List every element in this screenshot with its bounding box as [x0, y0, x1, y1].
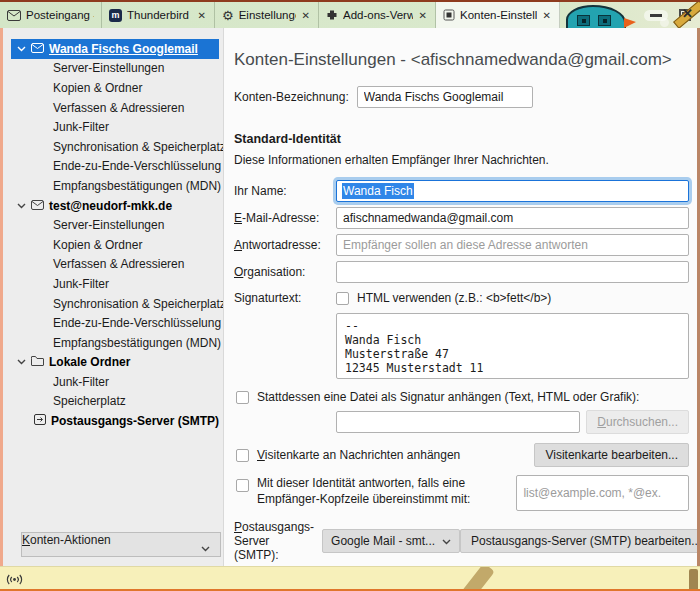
tab-label: Thunderbird Privac [127, 9, 192, 21]
sidebar-item-kopien[interactable]: Kopien & Ordner [3, 78, 223, 98]
account-name-input[interactable] [357, 86, 533, 108]
wallpaper-brushstroke [689, 569, 698, 591]
sidebar-item-verfassen[interactable]: Verfassen & Adressieren [3, 98, 223, 118]
chevron-down-icon [201, 541, 210, 555]
item-label: Junk-Filter [53, 120, 109, 134]
vcard-checkbox[interactable] [236, 449, 249, 462]
close-icon[interactable]: ✕ [418, 10, 428, 21]
sidebar-item-server[interactable]: Server-Einstellungen [3, 59, 223, 79]
tab-einstellungen[interactable]: ⚙ Einstellungen ✕ [215, 2, 319, 28]
close-icon[interactable]: ✕ [197, 10, 207, 21]
tab-label: Posteingang - test@ne [26, 9, 94, 21]
close-button[interactable]: ✕ [682, 6, 693, 21]
catchall-label: Mit dieser Identität antworten, falls ei… [257, 475, 516, 507]
sidebar-account-lokale-ordner[interactable]: Lokale Ordner [3, 353, 223, 373]
wallpaper-bird [566, 5, 626, 28]
sidebar-item-junk[interactable]: Junk-Filter [3, 274, 223, 294]
sidebar-account-googlemail[interactable]: Wanda Fischs Googlemail [11, 39, 219, 59]
account-label: Wanda Fischs Googlemail [49, 42, 198, 56]
signature-file-input[interactable] [336, 411, 580, 433]
thunderbird-window: Posteingang - test@ne m Thunderbird Priv… [0, 0, 700, 591]
folder-icon [31, 355, 44, 369]
account-settings-icon [443, 9, 455, 21]
sidebar-item-smtp[interactable]: Postausgangs-Server (SMTP) [3, 411, 223, 431]
organization-label: Organisation: [234, 265, 336, 279]
item-label: Empfangsbestätigungen (MDN) [53, 336, 221, 350]
page-title: Konten-Einstellungen - <afischnamedwanda… [234, 50, 689, 70]
wallpaper-brushstroke [459, 566, 495, 591]
catchall-input[interactable] [516, 475, 689, 511]
vcard-label: Visitenkarte an Nachrichten anhängen [257, 448, 534, 462]
tab-posteingang[interactable]: Posteingang - test@ne [0, 2, 102, 28]
chevron-down-icon[interactable] [17, 203, 26, 209]
tab-label: Einstellungen [239, 9, 296, 21]
email-label: E-Mail-Adresse: [234, 211, 336, 225]
close-icon[interactable]: ✕ [542, 10, 552, 21]
minimize-button[interactable] [644, 10, 668, 21]
item-label: Junk-Filter [53, 277, 109, 291]
smtp-server-select[interactable]: Google Mail - smt... [322, 529, 460, 553]
envelope-icon [7, 10, 21, 21]
tab-label: Konten-Einstellung [460, 9, 537, 21]
chevron-down-icon[interactable] [17, 46, 26, 52]
bird-beak [624, 18, 636, 28]
thunderbird-logo-icon: m [109, 9, 122, 22]
sidebar-item-kopien[interactable]: Kopien & Ordner [3, 235, 223, 255]
item-label: Kopien & Ordner [53, 238, 142, 252]
sidebar-item-mdn[interactable]: Empfangsbestätigungen (MDN) [3, 176, 223, 196]
tab-thunderbird-privacy[interactable]: m Thunderbird Privac ✕ [102, 2, 215, 28]
signature-textarea[interactable]: -- Wanda Fisch Musterstraße 47 12345 Mus… [336, 313, 689, 379]
chevron-down-icon[interactable] [17, 359, 26, 365]
organization-input[interactable] [336, 261, 689, 283]
envelope-icon [31, 42, 44, 56]
tab-strip: Posteingang - test@ne m Thunderbird Priv… [0, 2, 700, 28]
tab-konten-einstellungen[interactable]: Konten-Einstellung ✕ [436, 2, 560, 28]
smtp-label: Postausgangs-Server (SMTP): [234, 520, 314, 562]
sidebar-item-verfassen[interactable]: Verfassen & Adressieren [3, 255, 223, 275]
account-label: test@neudorf-mkk.de [49, 199, 172, 213]
puzzle-icon [326, 9, 338, 21]
sidebar-item-sync[interactable]: Synchronisation & Speicherplatz [3, 294, 223, 314]
attach-signature-file-checkbox[interactable] [236, 391, 249, 404]
status-bar [0, 566, 700, 591]
signature-label: Signaturtext: [234, 291, 336, 305]
envelope-icon [31, 199, 44, 213]
account-tree: Wanda Fischs Googlemail Server-Einstellu… [3, 28, 224, 566]
item-label: Verfassen & Adressieren [53, 257, 184, 271]
attach-signature-file-label: Stattdessen eine Datei als Signatur anhä… [257, 390, 639, 404]
sidebar-item-server[interactable]: Server-Einstellungen [3, 215, 223, 235]
browse-button: Durchsuchen... [586, 410, 689, 434]
edit-smtp-button[interactable]: Postausgangs-Server (SMTP) bearbeiten... [460, 529, 697, 553]
sidebar-item-e2e[interactable]: Ende-zu-Ende-Verschlüsselung [3, 157, 223, 177]
sidebar-item-junk[interactable]: Junk-Filter [3, 117, 223, 137]
item-label: Postausgangs-Server (SMTP) [51, 414, 219, 428]
html-signature-checkbox[interactable] [336, 292, 349, 305]
sidebar-item-e2e[interactable]: Ende-zu-Ende-Verschlüsselung [3, 313, 223, 333]
sidebar-item-sync[interactable]: Synchronisation & Speicherplatz [3, 137, 223, 157]
sidebar-account-neudorf[interactable]: test@neudorf-mkk.de [3, 196, 223, 216]
item-label: Kopien & Ordner [53, 81, 142, 95]
item-label: Junk-Filter [53, 375, 109, 389]
network-status-icon[interactable] [6, 573, 23, 589]
html-signature-checkbox-label: HTML verwenden (z.B.: <b>fett</b>) [357, 291, 551, 305]
desktop-wallpaper: ✕ [560, 2, 700, 28]
tab-addons[interactable]: Add-ons-Verwaltu ✕ [319, 2, 436, 28]
account-name-label: Konten-Bezeichnung: [234, 90, 349, 104]
account-actions-button[interactable]: Konten-Aktionen [21, 532, 221, 557]
name-input[interactable]: Wanda Fisch [336, 180, 689, 202]
smtp-selected-value: Google Mail - smt... [331, 534, 435, 548]
close-icon[interactable]: ✕ [301, 10, 311, 21]
edit-vcard-button[interactable]: Visitenkarte bearbeiten... [534, 443, 689, 467]
tab-label: Add-ons-Verwaltu [343, 9, 413, 21]
item-label: Ende-zu-Ende-Verschlüsselung [53, 316, 221, 330]
section-heading: Standard-Identität [234, 132, 689, 146]
smtp-server-icon [34, 414, 46, 428]
name-label: Ihr Name: [234, 184, 336, 198]
sidebar-item-speicherplatz[interactable]: Speicherplatz [3, 392, 223, 412]
reply-to-input[interactable] [336, 234, 689, 256]
chevron-down-icon [442, 534, 451, 548]
sidebar-item-mdn[interactable]: Empfangsbestätigungen (MDN) [3, 333, 223, 353]
email-input[interactable] [336, 207, 689, 229]
sidebar-item-junk[interactable]: Junk-Filter [3, 372, 223, 392]
catchall-checkbox[interactable] [236, 479, 249, 492]
